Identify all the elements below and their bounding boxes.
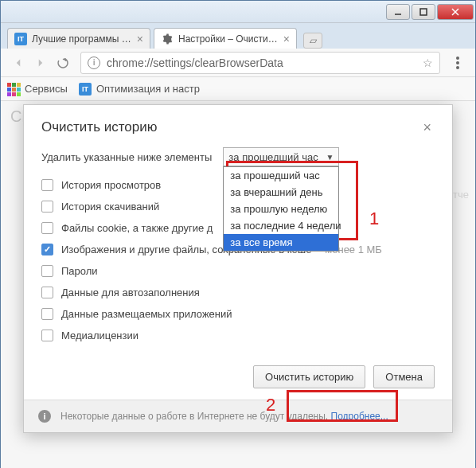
cancel-button[interactable]: Отмена xyxy=(373,365,435,388)
apps-label: Сервисы xyxy=(25,83,68,95)
dropdown-option-highlighted[interactable]: за все время xyxy=(224,234,338,251)
time-range-dropdown: за прошедший час за вчерашний день за пр… xyxy=(223,166,339,252)
dialog-title: Очистить историю xyxy=(41,119,157,135)
select-value: за прошедший час xyxy=(228,151,318,163)
site-info-icon[interactable]: i xyxy=(88,57,100,69)
checkbox-checked[interactable] xyxy=(41,244,53,255)
nav-forward-button[interactable] xyxy=(29,52,52,74)
nav-reload-button[interactable] xyxy=(52,52,74,74)
dropdown-option[interactable]: за прошедший час xyxy=(224,167,338,184)
dialog-footer: i Некоторые данные о работе в Интернете … xyxy=(24,400,452,432)
window-titlebar xyxy=(1,1,475,23)
window-close-button[interactable] xyxy=(437,4,474,20)
new-tab-button[interactable]: ▱ xyxy=(303,33,322,49)
check-row-hosted-apps[interactable]: Данные размещаемых приложений xyxy=(41,303,435,325)
dropdown-option[interactable]: за прошлую неделю xyxy=(224,201,338,217)
checkbox[interactable] xyxy=(41,287,53,298)
favicon-gear-icon xyxy=(161,33,174,45)
info-icon: i xyxy=(38,410,51,423)
svg-rect-1 xyxy=(420,9,427,15)
favicon-it-icon: IT xyxy=(14,33,27,45)
check-label: История скачиваний xyxy=(61,201,159,213)
footer-text: Некоторые данные о работе в Интернете не… xyxy=(60,411,331,422)
check-label: Файлы cookie, а также другие д xyxy=(61,222,213,234)
tab-close-icon[interactable]: × xyxy=(137,33,143,45)
checkbox[interactable] xyxy=(41,330,53,341)
tab-title: Настройки – Очистить и… xyxy=(178,33,279,45)
checkbox[interactable] xyxy=(41,265,53,277)
apps-shortcut[interactable]: Сервисы xyxy=(7,83,68,96)
check-label: Медиалицензии xyxy=(61,330,139,341)
tab-title: Лучшие программы дл… xyxy=(32,33,132,45)
apps-grid-icon xyxy=(7,83,20,96)
tab-close-icon[interactable]: × xyxy=(283,33,290,45)
checkbox[interactable] xyxy=(41,308,53,320)
dialog-close-button[interactable]: × xyxy=(419,119,435,136)
dropdown-option[interactable]: за вчерашний день xyxy=(224,184,338,201)
chevron-down-icon: ▼ xyxy=(326,153,334,162)
address-bar[interactable]: i chrome://settings/clearBrowserData ☆ xyxy=(80,52,440,74)
check-label: Данные для автозаполнения xyxy=(61,287,200,298)
bookmark-star-icon[interactable]: ☆ xyxy=(423,57,433,69)
favicon-it-icon: IT xyxy=(79,83,92,96)
toolbar: i chrome://settings/clearBrowserData ☆ xyxy=(1,49,475,77)
check-row-passwords[interactable]: Пароли xyxy=(41,260,435,282)
tab-strip: IT Лучшие программы дл… × Настройки – Оч… xyxy=(1,23,475,49)
dialog-prompt: Удалить указанные ниже элементы xyxy=(41,151,212,163)
checkbox[interactable] xyxy=(41,201,53,213)
browser-window: IT Лучшие программы дл… × Настройки – Оч… xyxy=(0,0,476,468)
browser-tab[interactable]: IT Лучшие программы дл… × xyxy=(7,28,150,49)
url-text: chrome://settings/clearBrowserData xyxy=(107,57,423,69)
browser-tab-active[interactable]: Настройки – Очистить и… × xyxy=(154,28,297,49)
clear-browsing-dialog: Очистить историю × Удалить указанные ниж… xyxy=(23,104,453,433)
bookmark-item[interactable]: IT Оптимизация и настр xyxy=(79,83,200,96)
page-content: Ch и отче Очистить историю × Удалить ука… xyxy=(1,101,475,468)
check-label: История просмотров xyxy=(61,179,161,191)
bookmarks-bar: Сервисы IT Оптимизация и настр xyxy=(1,77,475,101)
checkbox[interactable] xyxy=(41,222,53,234)
window-minimize-button[interactable] xyxy=(386,4,410,20)
dropdown-option[interactable]: за последние 4 недели xyxy=(224,217,338,234)
nav-back-button[interactable] xyxy=(7,52,29,74)
chrome-menu-button[interactable] xyxy=(447,52,469,74)
time-range-select[interactable]: за прошедший час ▼ xyxy=(223,147,339,166)
footer-link[interactable]: Подробнее... xyxy=(331,411,388,422)
check-label: Пароли xyxy=(61,265,98,277)
check-label: Данные размещаемых приложений xyxy=(61,308,232,320)
clear-history-button[interactable]: Очистить историю xyxy=(253,365,365,388)
window-maximize-button[interactable] xyxy=(412,4,435,20)
checkbox[interactable] xyxy=(41,179,53,191)
bookmark-label: Оптимизация и настр xyxy=(96,83,200,95)
check-row-autofill[interactable]: Данные для автозаполнения xyxy=(41,282,435,303)
check-row-media-licenses[interactable]: Медиалицензии xyxy=(41,325,435,346)
